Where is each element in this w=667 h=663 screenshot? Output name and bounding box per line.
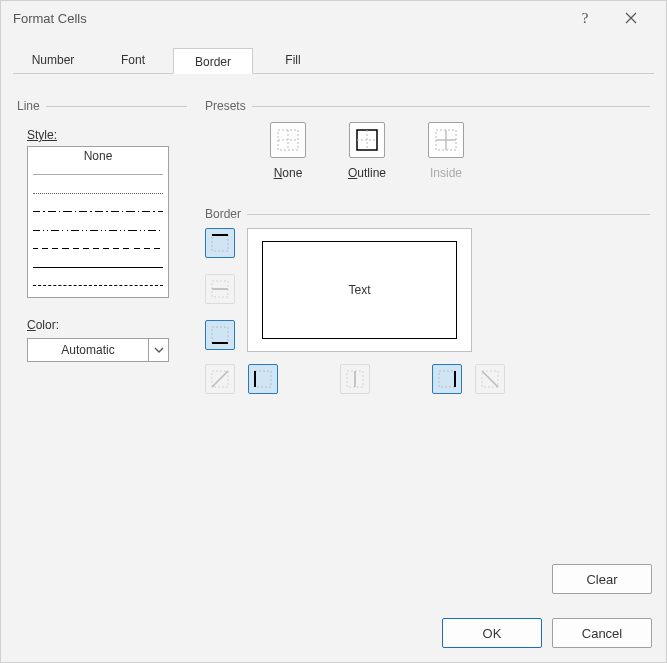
style-option-dashdotdot[interactable] [28, 221, 168, 240]
border-left-button[interactable] [248, 364, 278, 394]
border-legend: Border [205, 207, 241, 221]
svg-line-16 [212, 371, 228, 387]
preset-inside-button[interactable] [428, 122, 464, 158]
color-picker-dropdown[interactable] [148, 339, 168, 361]
border-groupbox: Border [205, 200, 650, 394]
style-option-dashdot[interactable] [28, 203, 168, 222]
dialog-body: Line Style: None Color: Automatic [1, 74, 666, 570]
style-option-dotted[interactable] [28, 184, 168, 203]
svg-line-24 [482, 371, 498, 387]
window-title: Format Cells [13, 11, 562, 26]
border-right-button[interactable] [432, 364, 462, 394]
style-option-thin[interactable] [28, 166, 168, 185]
preset-outline-label: Outline [348, 166, 386, 180]
style-option-longdash[interactable] [28, 240, 168, 259]
footer: Clear OK Cancel [1, 570, 666, 662]
style-option-solid[interactable] [28, 258, 168, 277]
border-vcenter-button [340, 364, 370, 394]
style-label: Style: [27, 128, 177, 142]
presets-groupbox: Presets None Outline [205, 92, 650, 184]
line-legend: Line [17, 99, 40, 113]
format-cells-dialog: Format Cells ? Number Font Border Fill L… [0, 0, 667, 663]
preset-none-icon [276, 128, 300, 152]
diag-down-icon [480, 369, 500, 389]
tab-fill[interactable]: Fill [253, 47, 333, 73]
border-bottom-icon [210, 325, 230, 345]
style-option-dashed2[interactable] [28, 277, 168, 296]
right-column: Presets None Outline [205, 92, 650, 566]
preset-none-label: None [274, 166, 303, 180]
diag-up-icon [210, 369, 230, 389]
color-label: Color: [27, 318, 177, 332]
border-diag-down-button [475, 364, 505, 394]
preset-outline-icon [355, 128, 379, 152]
tab-number[interactable]: Number [13, 47, 93, 73]
help-button[interactable]: ? [562, 1, 608, 35]
line-groupbox: Line Style: None Color: Automatic [17, 92, 187, 382]
clear-button[interactable]: Clear [552, 564, 652, 594]
border-top-icon [210, 233, 230, 253]
border-preview[interactable]: Text [247, 228, 472, 352]
border-hcenter-button [205, 274, 235, 304]
close-button[interactable] [608, 1, 654, 35]
svg-rect-13 [212, 327, 228, 343]
color-picker[interactable]: Automatic [27, 338, 169, 362]
presets-legend: Presets [205, 99, 246, 113]
border-left-icon [253, 369, 273, 389]
border-hcenter-icon [210, 279, 230, 299]
svg-rect-21 [439, 371, 455, 387]
line-style-list[interactable]: None [27, 146, 169, 298]
svg-rect-9 [212, 235, 228, 251]
preview-cell: Text [262, 241, 457, 339]
bottom-buttons-row [205, 364, 650, 394]
titlebar: Format Cells ? [1, 1, 666, 35]
color-picker-value: Automatic [28, 343, 148, 357]
ok-button[interactable]: OK [442, 618, 542, 648]
tab-font[interactable]: Font [93, 47, 173, 73]
style-option-none[interactable]: None [28, 147, 168, 166]
border-diag-up-button [205, 364, 235, 394]
border-vcenter-icon [345, 369, 365, 389]
preset-none-button[interactable] [270, 122, 306, 158]
preset-inside-label: Inside [430, 166, 462, 180]
border-bottom-button[interactable] [205, 320, 235, 350]
preset-inside-icon [434, 128, 458, 152]
cancel-button[interactable]: Cancel [552, 618, 652, 648]
tab-bar: Number Font Border Fill [13, 47, 654, 74]
preset-outline-button[interactable] [349, 122, 385, 158]
border-right-icon [437, 369, 457, 389]
svg-rect-17 [255, 371, 271, 387]
tab-border[interactable]: Border [173, 48, 253, 74]
preview-text: Text [348, 283, 370, 297]
side-buttons-column [205, 228, 235, 352]
border-top-button[interactable] [205, 228, 235, 258]
